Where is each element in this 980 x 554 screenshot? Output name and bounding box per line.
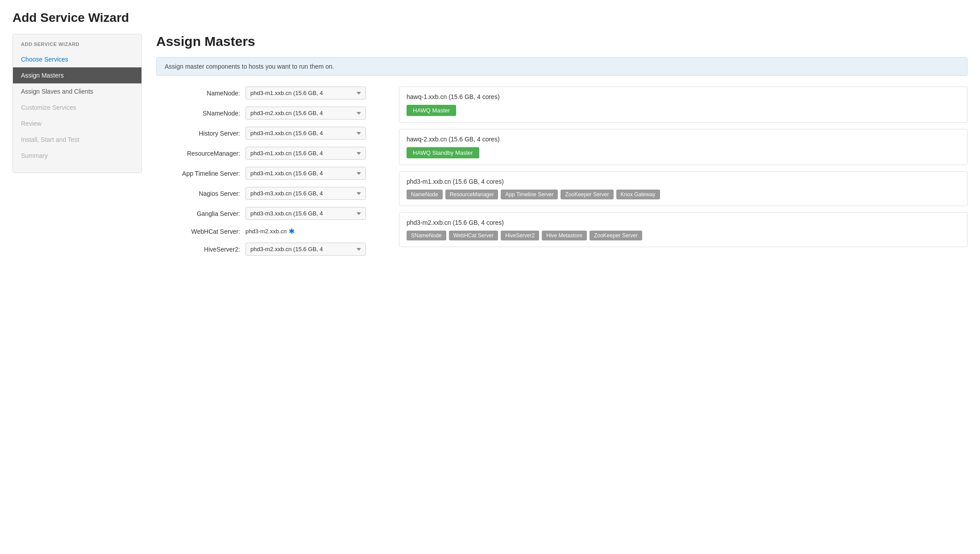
host-name-phd3-m1: phd3-m1.xxb.cn (15.6 GB, 4 cores) bbox=[407, 178, 960, 185]
host-tags-phd3-m1: NameNode ResourceManager App Timeline Se… bbox=[407, 190, 960, 199]
hiveserver2-row: HiveServer2: phd3-m2.xxb.cn (15.6 GB, 4 bbox=[156, 243, 388, 256]
sidebar-item-customize-services[interactable]: Customize Services bbox=[13, 99, 141, 116]
sidebar-item-assign-masters[interactable]: Assign Masters bbox=[13, 67, 141, 83]
sidebar: ADD SERVICE WIZARD Choose Services Assig… bbox=[12, 34, 142, 173]
ganglia-server-select[interactable]: phd3-m3.xxb.cn (15.6 GB, 4 bbox=[245, 207, 366, 220]
snamenode-select[interactable]: phd3-m2.xxb.cn (15.6 GB, 4 bbox=[245, 107, 366, 120]
webhcat-asterisk: ✱ bbox=[289, 227, 295, 236]
sidebar-item-install-start-test[interactable]: Install, Start and Test bbox=[13, 132, 141, 148]
app-timeline-server-label: App Timeline Server: bbox=[156, 170, 245, 177]
nagios-server-label: Nagios Server: bbox=[156, 190, 245, 197]
host-name-hawq-2: hawq-2.xxb.cn (15.6 GB, 4 cores) bbox=[407, 136, 960, 143]
masters-form: NameNode: phd3-m1.xxb.cn (15.6 GB, 4 SNa… bbox=[156, 87, 388, 263]
nagios-server-select[interactable]: phd3-m3.xxb.cn (15.6 GB, 4 bbox=[245, 187, 366, 200]
hosts-panel: hawq-1.xxb.cn (15.6 GB, 4 cores) HAWQ Ma… bbox=[399, 87, 968, 253]
host-name-hawq-1: hawq-1.xxb.cn (15.6 GB, 4 cores) bbox=[407, 93, 960, 100]
host-card-hawq-1: hawq-1.xxb.cn (15.6 GB, 4 cores) HAWQ Ma… bbox=[399, 87, 968, 123]
host-card-hawq-2: hawq-2.xxb.cn (15.6 GB, 4 cores) HAWQ St… bbox=[399, 129, 968, 165]
webhcat-server-value: phd3-m2.xxb.cn✱ bbox=[245, 227, 295, 236]
namenode-row: NameNode: phd3-m1.xxb.cn (15.6 GB, 4 bbox=[156, 87, 388, 99]
ganglia-server-label: Ganglia Server: bbox=[156, 210, 245, 217]
sidebar-item-summary[interactable]: Summary bbox=[13, 148, 141, 164]
host-tags-hawq-2: HAWQ Standby Master bbox=[407, 147, 960, 158]
info-banner: Assign master components to hosts you wa… bbox=[156, 57, 968, 76]
history-server-select[interactable]: phd3-m3.xxb.cn (15.6 GB, 4 bbox=[245, 127, 366, 140]
host-card-phd3-m1: phd3-m1.xxb.cn (15.6 GB, 4 cores) NameNo… bbox=[399, 171, 968, 206]
snamenode-label: SNameNode: bbox=[156, 110, 245, 117]
sidebar-item-review[interactable]: Review bbox=[13, 116, 141, 132]
section-title: Assign Masters bbox=[156, 34, 968, 49]
namenode-select[interactable]: phd3-m1.xxb.cn (15.6 GB, 4 bbox=[245, 87, 366, 99]
tag-hive-metastore: Hive Metastore bbox=[542, 231, 587, 240]
namenode-label: NameNode: bbox=[156, 90, 245, 97]
tag-webhcat-server: WebHCat Server bbox=[449, 231, 498, 240]
host-tags-phd3-m2: SNameNode WebHCat Server HiveServer2 Hiv… bbox=[407, 231, 960, 240]
sidebar-item-choose-services[interactable]: Choose Services bbox=[13, 51, 141, 67]
history-server-label: History Server: bbox=[156, 130, 245, 137]
resource-manager-label: ResourceManager: bbox=[156, 150, 245, 157]
sidebar-header: ADD SERVICE WIZARD bbox=[13, 34, 141, 51]
app-timeline-server-select[interactable]: phd3-m1.xxb.cn (15.6 GB, 4 bbox=[245, 167, 366, 180]
sidebar-item-assign-slaves[interactable]: Assign Slaves and Clients bbox=[13, 83, 141, 99]
tag-snamenode: SNameNode bbox=[407, 231, 446, 240]
tag-app-timeline-server: App Timeline Server bbox=[501, 190, 558, 199]
resource-manager-select[interactable]: phd3-m1.xxb.cn (15.6 GB, 4 bbox=[245, 147, 366, 160]
nagios-server-row: Nagios Server: phd3-m3.xxb.cn (15.6 GB, … bbox=[156, 187, 388, 200]
host-tags-hawq-1: HAWQ Master bbox=[407, 105, 960, 116]
history-server-row: History Server: phd3-m3.xxb.cn (15.6 GB,… bbox=[156, 127, 388, 140]
hiveserver2-select[interactable]: phd3-m2.xxb.cn (15.6 GB, 4 bbox=[245, 243, 366, 256]
resource-manager-row: ResourceManager: phd3-m1.xxb.cn (15.6 GB… bbox=[156, 147, 388, 160]
tag-zookeeper-server-m1: ZooKeeper Server bbox=[561, 190, 613, 199]
tag-hiveserver2: HiveServer2 bbox=[501, 231, 539, 240]
app-timeline-server-row: App Timeline Server: phd3-m1.xxb.cn (15.… bbox=[156, 167, 388, 180]
webhcat-server-label: WebHCat Server: bbox=[156, 228, 245, 235]
webhcat-server-row: WebHCat Server: phd3-m2.xxb.cn✱ bbox=[156, 227, 388, 236]
ganglia-server-row: Ganglia Server: phd3-m3.xxb.cn (15.6 GB,… bbox=[156, 207, 388, 220]
tag-hawq-master: HAWQ Master bbox=[407, 105, 456, 116]
host-card-phd3-m2: phd3-m2.xxb.cn (15.6 GB, 4 cores) SNameN… bbox=[399, 212, 968, 247]
tag-knox-gateway: Knox Gateway bbox=[616, 190, 660, 199]
snamenode-row: SNameNode: phd3-m2.xxb.cn (15.6 GB, 4 bbox=[156, 107, 388, 120]
tag-namenode: NameNode bbox=[407, 190, 443, 199]
host-name-phd3-m2: phd3-m2.xxb.cn (15.6 GB, 4 cores) bbox=[407, 219, 960, 226]
tag-hawq-standby-master: HAWQ Standby Master bbox=[407, 147, 479, 158]
tag-resource-manager: ResourceManager bbox=[445, 190, 498, 199]
page-title: Add Service Wizard bbox=[0, 0, 980, 34]
hiveserver2-label: HiveServer2: bbox=[156, 246, 245, 253]
tag-zookeeper-server-m2: ZooKeeper Server bbox=[590, 231, 642, 240]
main-content: Assign Masters Assign master components … bbox=[142, 34, 980, 275]
